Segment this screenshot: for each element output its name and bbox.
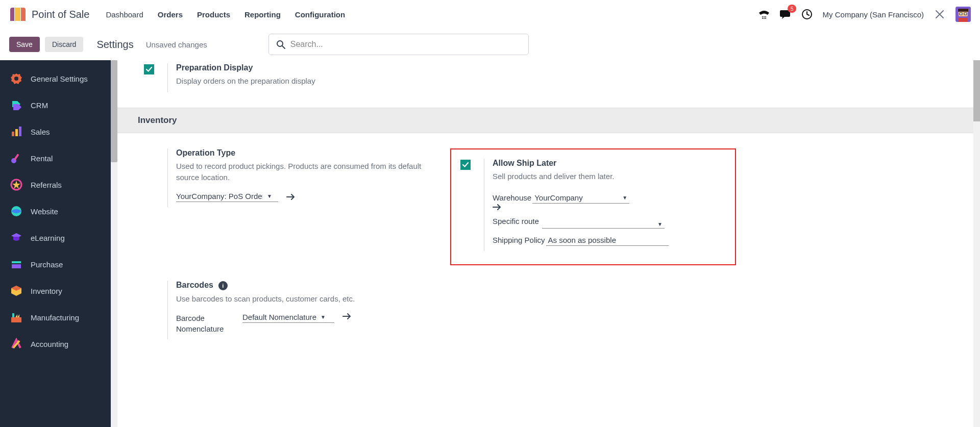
- sidebar-item-website[interactable]: Website: [0, 198, 111, 224]
- sidebar-item-referrals[interactable]: Referrals: [0, 171, 111, 198]
- select-shipping-policy[interactable]: As soon as possible: [546, 235, 669, 246]
- svg-rect-26: [12, 313, 14, 317]
- website-icon: [10, 205, 22, 217]
- sidebar-item-accounting[interactable]: Accounting: [0, 331, 111, 357]
- sidebar-item-label: General Settings: [31, 74, 88, 83]
- sidebar-item-label: Purchase: [31, 260, 63, 269]
- discard-button[interactable]: Discard: [45, 37, 83, 52]
- menu-products[interactable]: Products: [197, 10, 230, 19]
- sidebar-item-crm[interactable]: CRM: [0, 92, 111, 118]
- chevron-down-icon: ▼: [622, 195, 627, 200]
- sidebar-item-label: Rental: [31, 154, 53, 163]
- content: Preparation Display Display orders on th…: [117, 60, 980, 427]
- svg-rect-11: [964, 13, 967, 15]
- purchase-icon: [10, 258, 22, 270]
- svg-rect-23: [12, 261, 21, 263]
- messages-icon[interactable]: 5: [780, 9, 791, 20]
- svg-rect-24: [12, 264, 21, 268]
- svg-point-4: [764, 18, 765, 19]
- setting-title-barcodes: Barcodes: [176, 281, 213, 289]
- highlight-allow-ship-later: Allow Ship Later Sell products and deliv…: [450, 148, 736, 265]
- menu-configuration[interactable]: Configuration: [295, 10, 345, 19]
- svg-point-15: [14, 77, 18, 81]
- menu-orders[interactable]: Orders: [158, 10, 183, 19]
- external-link-icon[interactable]: [286, 193, 296, 200]
- sidebar-scrollbar[interactable]: [111, 60, 117, 427]
- setting-sub-operation-type: Used to record product pickings. Product…: [176, 161, 430, 184]
- user-avatar[interactable]: [955, 7, 971, 22]
- svg-point-3: [762, 18, 763, 19]
- inventory-icon: [10, 285, 22, 297]
- sidebar-item-rental[interactable]: Rental: [0, 145, 111, 171]
- tools-icon[interactable]: [934, 9, 945, 20]
- select-barcode-value: Default Nomenclature: [242, 313, 316, 321]
- gear-icon: [10, 72, 22, 85]
- select-warehouse[interactable]: YourCompany ▼: [532, 192, 629, 204]
- search-box[interactable]: [268, 34, 529, 55]
- select-barcode-nomenclature[interactable]: Default Nomenclature ▼: [242, 313, 334, 323]
- chevron-down-icon: ▼: [267, 193, 272, 199]
- sidebar-item-label: Website: [31, 207, 58, 216]
- sidebar-item-label: Referrals: [31, 181, 62, 189]
- select-specific-route[interactable]: ▼: [542, 220, 665, 229]
- sidebar-item-sales[interactable]: Sales: [0, 118, 111, 145]
- chevron-down-icon: ▼: [321, 314, 326, 320]
- setting-sub-prep-display: Display orders on the preparation displa…: [176, 76, 980, 87]
- save-button[interactable]: Save: [9, 37, 40, 52]
- main-menu: Dashboard Orders Products Reporting Conf…: [106, 10, 345, 19]
- info-icon[interactable]: i: [218, 281, 228, 290]
- top-nav: Point of Sale Dashboard Orders Products …: [0, 0, 980, 29]
- brand-title: Point of Sale: [32, 9, 89, 20]
- label-specific-route: Specific route: [493, 217, 539, 225]
- sidebar-item-purchase[interactable]: Purchase: [0, 251, 111, 278]
- sidebar-item-label: eLearning: [31, 234, 65, 242]
- label-shipping-policy: Shipping Policy: [493, 236, 545, 244]
- page-status: Unsaved changes: [146, 40, 207, 49]
- brand[interactable]: Point of Sale: [9, 8, 89, 21]
- menu-dashboard[interactable]: Dashboard: [106, 10, 143, 19]
- sidebar-item-label: Accounting: [31, 340, 68, 348]
- elearning-icon: [10, 232, 22, 244]
- svg-rect-18: [19, 127, 21, 136]
- shell: General Settings CRM Sales Rental Referr…: [0, 60, 980, 427]
- phone-icon[interactable]: [758, 9, 770, 20]
- checkbox-allow-ship-later[interactable]: [460, 160, 471, 170]
- app-logo-icon: [9, 8, 27, 21]
- sidebar-item-manufacturing[interactable]: Manufacturing: [0, 304, 111, 331]
- svg-point-5: [765, 18, 766, 19]
- action-bar: Save Discard Settings Unsaved changes: [0, 29, 980, 60]
- checkbox-preparation-display[interactable]: [144, 64, 154, 74]
- select-operation-type[interactable]: YourCompany: PoS Order ▼: [176, 192, 278, 202]
- company-selector[interactable]: My Company (San Francisco): [823, 10, 924, 19]
- search-input[interactable]: [290, 40, 521, 49]
- sidebar-item-elearning[interactable]: eLearning: [0, 224, 111, 251]
- setting-sub-ship-later: Sell products and deliver them later.: [493, 171, 726, 183]
- svg-rect-9: [958, 9, 968, 12]
- clock-icon[interactable]: [801, 9, 813, 20]
- svg-rect-25: [11, 317, 21, 322]
- referrals-icon: [10, 179, 22, 191]
- sidebar-item-general-settings[interactable]: General Settings: [0, 65, 111, 92]
- svg-point-2: [765, 16, 766, 17]
- setting-title-ship-later: Allow Ship Later: [493, 159, 726, 168]
- menu-reporting[interactable]: Reporting: [244, 10, 281, 19]
- svg-rect-20: [13, 154, 19, 161]
- content-scrollbar-thumb[interactable]: [973, 60, 980, 121]
- rental-icon: [10, 152, 22, 164]
- sidebar-item-label: Sales: [31, 128, 50, 136]
- sidebar-item-label: CRM: [31, 101, 48, 110]
- content-scrollbar[interactable]: [973, 60, 980, 427]
- section-header-inventory: Inventory: [117, 108, 980, 133]
- external-link-icon[interactable]: [342, 313, 352, 320]
- svg-rect-12: [959, 18, 968, 22]
- external-link-icon[interactable]: [493, 204, 726, 211]
- select-warehouse-value: YourCompany: [534, 193, 583, 202]
- sidebar-scrollbar-thumb[interactable]: [111, 60, 117, 162]
- sidebar-item-inventory[interactable]: Inventory: [0, 278, 111, 304]
- top-right: 5 My Company (San Francisco): [758, 7, 971, 22]
- svg-rect-17: [15, 129, 18, 136]
- svg-rect-16: [12, 132, 14, 136]
- page-title: Settings: [96, 39, 133, 51]
- label-warehouse: Warehouse: [493, 193, 531, 202]
- sidebar-item-label: Inventory: [31, 287, 62, 295]
